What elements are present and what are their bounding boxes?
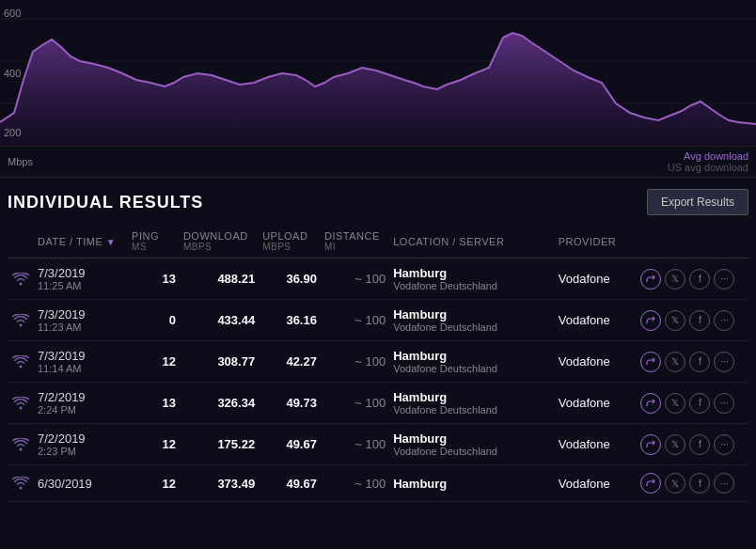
row-icon xyxy=(8,259,34,300)
row-actions: 𝕏 f ··· xyxy=(637,341,748,383)
row-download: 175.22 xyxy=(180,424,259,465)
row-datetime: 7/3/2019 11:14 AM xyxy=(34,341,128,383)
legend-bar: Mbps Avg download US avg download xyxy=(0,146,756,178)
col-icon-header xyxy=(8,225,34,259)
row-time: 11:14 AM xyxy=(38,363,124,374)
row-distance: ~ 100 xyxy=(321,259,389,300)
row-provider: Vodafone xyxy=(555,424,638,465)
row-city: Hamburg xyxy=(393,390,551,404)
more-icon[interactable]: ··· xyxy=(714,310,734,331)
share-icon[interactable] xyxy=(640,352,661,372)
row-city: Hamburg xyxy=(393,266,551,280)
row-distance: ~ 100 xyxy=(321,300,389,341)
row-city: Hamburg xyxy=(393,431,551,446)
row-actions: 𝕏 f ··· xyxy=(637,259,748,300)
row-distance: ~ 100 xyxy=(321,424,389,465)
facebook-icon[interactable]: f xyxy=(689,269,710,290)
more-icon[interactable]: ··· xyxy=(714,352,734,372)
row-provider: Vodafone xyxy=(555,341,638,383)
table-row: 7/2/2019 2:23 PM 12 175.22 49.67 ~ 100 H… xyxy=(8,424,748,465)
row-provider: Vodafone xyxy=(555,300,638,341)
row-download: 433.44 xyxy=(180,300,259,341)
wifi-icon xyxy=(11,474,30,493)
twitter-icon[interactable]: 𝕏 xyxy=(665,269,685,290)
more-icon[interactable]: ··· xyxy=(714,269,734,290)
export-button[interactable]: Export Results xyxy=(647,189,748,215)
wifi-icon xyxy=(11,353,30,371)
row-server: Vodafone Deutschland xyxy=(393,446,551,457)
row-city: Hamburg xyxy=(393,307,551,322)
row-datetime: 7/3/2019 11:25 AM xyxy=(34,259,128,300)
row-distance: ~ 100 xyxy=(321,465,389,502)
facebook-icon[interactable]: f xyxy=(689,393,710,414)
twitter-icon[interactable]: 𝕏 xyxy=(665,393,685,414)
share-icon[interactable] xyxy=(640,434,661,455)
share-icon[interactable] xyxy=(640,473,661,494)
results-header: INDIVIDUAL RESULTS Export Results xyxy=(8,178,748,225)
wifi-icon xyxy=(11,311,30,330)
table-body: 7/3/2019 11:25 AM 13 488.21 36.90 ~ 100 … xyxy=(8,259,748,502)
row-ping: 12 xyxy=(128,424,180,465)
twitter-icon[interactable]: 𝕏 xyxy=(665,352,685,372)
col-ping-header: PING ms xyxy=(128,225,180,259)
row-ping: 12 xyxy=(128,341,180,383)
col-distance-header: DISTANCE mi xyxy=(321,225,389,259)
row-download: 488.21 xyxy=(180,259,259,300)
row-location: Hamburg Vodafone Deutschland xyxy=(389,259,555,300)
row-datetime: 7/2/2019 2:23 PM xyxy=(34,424,128,465)
row-upload: 49.73 xyxy=(259,383,321,424)
share-icon[interactable] xyxy=(640,269,661,290)
share-icon[interactable] xyxy=(640,393,661,414)
results-table: DATE / TIME ▼ PING ms DOWNLOAD Mbps UPLO… xyxy=(8,225,748,502)
table-header: DATE / TIME ▼ PING ms DOWNLOAD Mbps UPLO… xyxy=(8,225,748,259)
share-icon[interactable] xyxy=(640,310,661,331)
table-row: 7/3/2019 11:25 AM 13 488.21 36.90 ~ 100 … xyxy=(8,259,748,300)
row-ping: 13 xyxy=(128,259,180,300)
row-upload: 36.90 xyxy=(259,259,321,300)
row-datetime: 7/3/2019 11:23 AM xyxy=(34,300,128,341)
row-city: Hamburg xyxy=(393,477,551,491)
row-datetime: 7/2/2019 2:24 PM xyxy=(34,383,128,424)
row-date: 7/3/2019 xyxy=(38,266,124,280)
col-location-header: LOCATION / SERVER xyxy=(389,225,555,259)
sort-arrow: ▼ xyxy=(106,237,116,247)
chart-svg xyxy=(0,0,756,146)
twitter-icon[interactable]: 𝕏 xyxy=(665,310,685,331)
row-download: 373.49 xyxy=(180,465,259,502)
row-location: Hamburg Vodafone Deutschland xyxy=(389,424,555,465)
twitter-icon[interactable]: 𝕏 xyxy=(665,473,685,494)
table-row: 7/2/2019 2:24 PM 13 326.34 49.73 ~ 100 H… xyxy=(8,383,748,424)
row-actions: 𝕏 f ··· xyxy=(637,424,748,465)
table-row: 6/30/2019 12 373.49 49.67 ~ 100 Hamburg … xyxy=(8,465,748,502)
wifi-icon xyxy=(11,435,30,454)
row-date: 6/30/2019 xyxy=(38,477,124,491)
row-actions: 𝕏 f ··· xyxy=(637,383,748,424)
row-time: 2:24 PM xyxy=(38,404,124,416)
more-icon[interactable]: ··· xyxy=(714,434,734,455)
row-actions: 𝕏 f ··· xyxy=(637,300,748,341)
row-upload: 36.16 xyxy=(259,300,321,341)
facebook-icon[interactable]: f xyxy=(689,473,710,494)
row-provider: Vodafone xyxy=(555,465,638,502)
avg-download-label: Avg download xyxy=(684,150,748,162)
row-ping: 12 xyxy=(128,465,180,502)
more-icon[interactable]: ··· xyxy=(714,393,734,414)
speed-chart: 600 400 200 xyxy=(0,0,756,146)
col-upload-header: UPLOAD Mbps xyxy=(259,225,321,259)
row-date: 7/3/2019 xyxy=(38,307,124,322)
more-icon[interactable]: ··· xyxy=(714,473,734,494)
facebook-icon[interactable]: f xyxy=(689,434,710,455)
y-label-400: 400 xyxy=(4,68,21,79)
row-server: Vodafone Deutschland xyxy=(393,280,551,291)
col-provider-header: PROVIDER xyxy=(555,225,638,259)
facebook-icon[interactable]: f xyxy=(689,310,710,331)
col-datetime-header[interactable]: DATE / TIME ▼ xyxy=(34,225,128,259)
row-time: 11:25 AM xyxy=(38,280,124,291)
row-icon xyxy=(8,300,34,341)
row-time: 11:23 AM xyxy=(38,322,124,333)
row-server: Vodafone Deutschland xyxy=(393,363,551,374)
mbps-label: Mbps xyxy=(8,156,33,167)
row-date: 7/2/2019 xyxy=(38,390,124,404)
facebook-icon[interactable]: f xyxy=(689,352,710,372)
twitter-icon[interactable]: 𝕏 xyxy=(665,434,685,455)
